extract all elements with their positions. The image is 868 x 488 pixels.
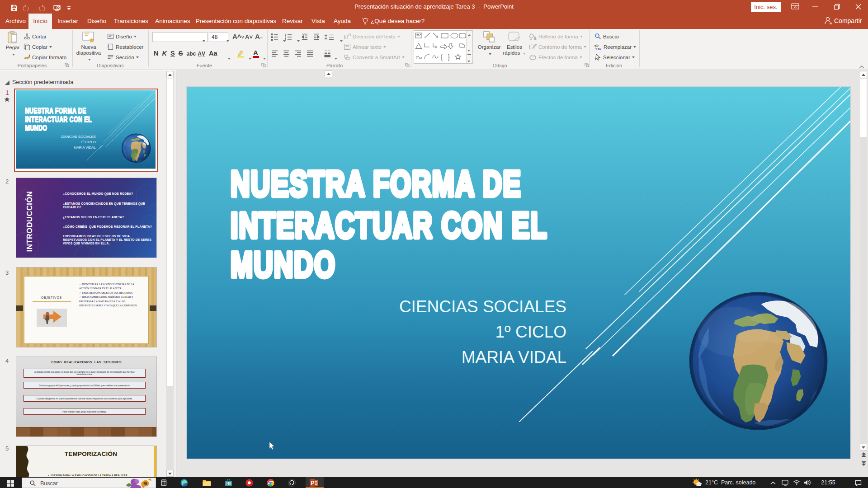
svg-text:INTERACTUAR CON EL: INTERACTUAR CON EL bbox=[25, 116, 92, 124]
svg-text:INTERACTUAR CON EL: INTERACTUAR CON EL bbox=[231, 205, 547, 245]
svg-text:MARIA VIDAL: MARIA VIDAL bbox=[74, 145, 96, 150]
svg-text:NUESTRA FORMA DE: NUESTRA FORMA DE bbox=[231, 164, 522, 204]
svg-text:NUESTRA FORMA DE: NUESTRA FORMA DE bbox=[25, 107, 86, 115]
svg-text:MARIA VIDAL: MARIA VIDAL bbox=[462, 348, 566, 366]
svg-text:P: P bbox=[311, 480, 315, 486]
svg-text:MUNDO: MUNDO bbox=[231, 244, 336, 285]
svg-text:ac: ac bbox=[598, 47, 601, 50]
svg-text:CIENCIAS SOCIALES: CIENCIAS SOCIALES bbox=[61, 135, 96, 139]
svg-text:CIENCIAS SOCIALES: CIENCIAS SOCIALES bbox=[399, 297, 566, 316]
svg-text:MUNDO: MUNDO bbox=[25, 124, 47, 132]
svg-text:1º CICLO: 1º CICLO bbox=[81, 140, 96, 144]
svg-text:1º CICLO: 1º CICLO bbox=[495, 323, 566, 341]
